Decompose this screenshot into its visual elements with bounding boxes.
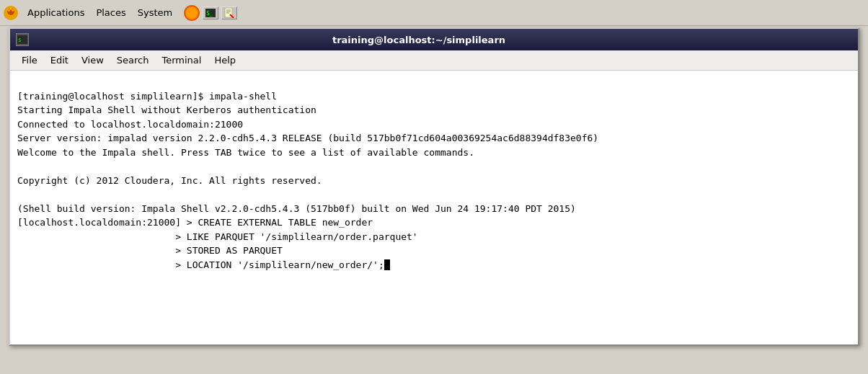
svg-point-2 xyxy=(7,9,10,12)
menu-search[interactable]: Search xyxy=(111,53,155,68)
output-line5: Welcome to the Impala shell. Press TAB t… xyxy=(17,147,474,158)
svg-point-3 xyxy=(12,9,14,12)
system-bar-menu: Applications Places System xyxy=(22,4,178,21)
output-line13: > LOCATION '/simplilearn/new_order/'; xyxy=(17,259,384,270)
menu-file[interactable]: File xyxy=(16,53,43,68)
output-line9: (Shell build version: Impala Shell v2.2.… xyxy=(17,203,576,214)
terminal-window: $ training@localhost:~/simplilearn File … xyxy=(9,27,859,346)
terminal-menubar: File Edit View Search Terminal Help xyxy=(10,50,858,71)
output-line4: Server version: impalad version 2.2.0-cd… xyxy=(17,133,598,143)
terminal-window-icon: $ xyxy=(16,33,29,46)
output-line10: [localhost.localdomain:21000] > CREATE E… xyxy=(17,217,373,228)
gnome-icon xyxy=(3,5,19,21)
menu-help[interactable]: Help xyxy=(208,53,242,68)
system-bar: Applications Places System $_ xyxy=(0,0,868,26)
places-menu[interactable]: Places xyxy=(90,4,131,21)
terminal-title: training@localhost:~/simplilearn xyxy=(29,35,809,45)
menu-terminal[interactable]: Terminal xyxy=(156,53,207,68)
output-line2: Starting Impala Shell without Kerberos a… xyxy=(17,104,316,115)
output-line12: > STORED AS PARQUET xyxy=(17,245,283,256)
system-menu[interactable]: System xyxy=(132,4,178,21)
terminal-content[interactable]: [training@localhost simplilearn]$ impala… xyxy=(10,71,858,344)
output-line7: Copyright (c) 2012 Cloudera, Inc. All ri… xyxy=(17,175,322,186)
text-editor-icon[interactable] xyxy=(221,6,237,19)
output-line3: Connected to localhost.localdomain:21000 xyxy=(17,119,243,130)
output-line1: [training@localhost simplilearn]$ impala… xyxy=(17,91,277,102)
menu-edit[interactable]: Edit xyxy=(45,53,74,68)
svg-point-4 xyxy=(10,7,12,9)
terminal-icon[interactable]: $_ xyxy=(203,6,218,19)
svg-text:$: $ xyxy=(18,37,21,43)
applications-menu[interactable]: Applications xyxy=(22,4,90,21)
titlebar-left: $ xyxy=(16,33,29,46)
output-line11: > LIKE PARQUET '/simplilearn/order.parqu… xyxy=(17,231,418,242)
terminal-cursor xyxy=(384,259,390,270)
menu-view[interactable]: View xyxy=(76,53,110,68)
terminal-titlebar: $ training@localhost:~/simplilearn xyxy=(10,29,858,50)
system-bar-icons: $_ xyxy=(184,5,237,21)
svg-text:$_: $_ xyxy=(206,10,213,17)
firefox-icon[interactable] xyxy=(184,5,200,21)
